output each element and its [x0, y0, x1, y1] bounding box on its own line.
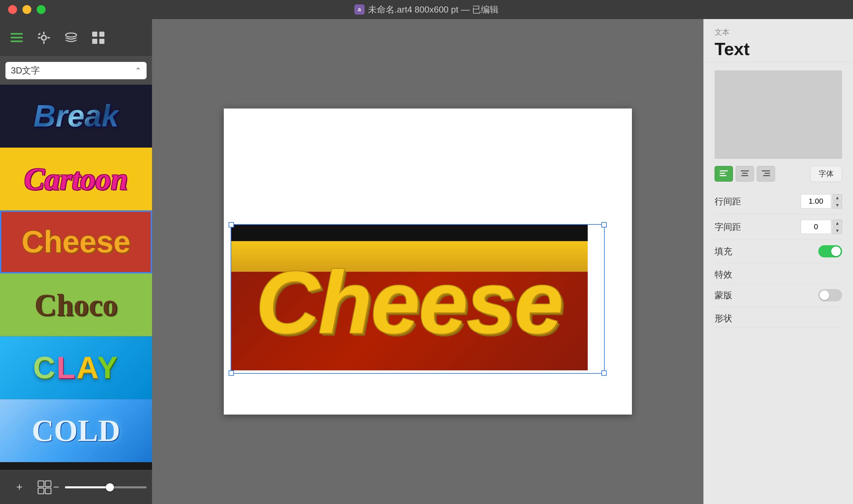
char-spacing-stepper: ▲ ▼: [833, 220, 842, 234]
style-cold-label: COLD: [32, 413, 120, 448]
style-item-break[interactable]: Break: [0, 85, 152, 148]
style-item-cartoon[interactable]: Cartoon: [0, 148, 152, 211]
line-spacing-down[interactable]: ▼: [833, 202, 842, 208]
mask-label: 蒙版: [715, 289, 732, 301]
grid-view-button[interactable]: [36, 479, 53, 496]
minimize-button[interactable]: [22, 5, 31, 14]
zoom-out-icon[interactable]: −: [53, 481, 60, 493]
font-button[interactable]: 字体: [810, 166, 842, 182]
fill-toggle-knob: [831, 247, 841, 256]
svg-rect-4: [43, 32, 45, 34]
zoom-slider[interactable]: [65, 486, 147, 488]
svg-rect-28: [720, 173, 725, 174]
close-button[interactable]: [8, 5, 17, 14]
svg-rect-7: [47, 37, 50, 38]
align-center-button[interactable]: [736, 166, 754, 182]
main-layout: 3D文字 ⌃ Break Cartoon Cheese Choco: [0, 19, 853, 504]
titlebar: a 未命名.art4 800x600 pt — 已编辑: [0, 0, 853, 19]
bottom-toolbar: + −: [0, 470, 152, 504]
fill-toggle[interactable]: [818, 245, 842, 257]
mask-toggle-knob: [820, 290, 829, 300]
svg-rect-15: [45, 481, 51, 487]
canvas: Cheese: [224, 108, 632, 415]
resize-handle-tr[interactable]: [601, 222, 607, 228]
line-spacing-up[interactable]: ▲: [833, 194, 842, 201]
svg-rect-14: [38, 481, 44, 487]
svg-rect-5: [43, 41, 45, 44]
style-item-choco[interactable]: Choco: [0, 273, 152, 336]
window-controls: [8, 5, 46, 14]
fill-label: 填充: [715, 246, 732, 257]
maximize-button[interactable]: [37, 5, 46, 14]
panel-content: 字体 行间距 ▲ ▼ 字间距 ▲: [704, 62, 853, 504]
alignment-buttons: [715, 166, 775, 182]
line-spacing-label: 行间距: [715, 196, 741, 207]
svg-point-3: [41, 35, 46, 40]
fill-row: 填充: [715, 240, 842, 263]
svg-rect-13: [99, 39, 104, 44]
align-font-row: 字体: [715, 166, 842, 182]
zoom-slider-container: [65, 486, 147, 488]
svg-rect-1: [11, 37, 23, 38]
left-sidebar: 3D文字 ⌃ Break Cartoon Cheese Choco: [0, 19, 152, 504]
chevron-down-icon: ⌃: [135, 66, 141, 75]
style-break-label: Break: [33, 99, 118, 134]
svg-rect-0: [11, 33, 23, 35]
grid-icon[interactable]: [90, 29, 107, 46]
style-cartoon-label: Cartoon: [24, 162, 128, 197]
style-list: Break Cartoon Cheese Choco CLAY: [0, 85, 152, 470]
canvas-main-text: Cheese: [256, 252, 562, 353]
settings-icon[interactable]: [35, 29, 52, 46]
svg-rect-30: [741, 170, 749, 171]
mask-toggle[interactable]: [818, 289, 842, 301]
line-spacing-input[interactable]: [801, 194, 831, 208]
svg-rect-2: [11, 40, 23, 42]
svg-rect-31: [742, 173, 748, 174]
style-clay-label: CLAY: [33, 350, 119, 385]
panel-title: Text: [715, 39, 842, 59]
shape-row: 形状: [715, 307, 842, 327]
dropdown-label: 3D文字: [11, 65, 40, 77]
char-spacing-down[interactable]: ▼: [833, 227, 842, 234]
bottom-left-actions: +: [11, 479, 53, 496]
canvas-area[interactable]: 3D文字 Cheese: [152, 19, 703, 504]
effects-row: 特效: [715, 263, 842, 284]
char-spacing-input[interactable]: [801, 220, 831, 234]
char-spacing-row: 字间距 ▲ ▼: [715, 214, 842, 240]
svg-rect-27: [720, 170, 728, 171]
app-icon: a: [354, 4, 365, 15]
svg-rect-33: [762, 170, 770, 171]
window-title: a 未命名.art4 800x600 pt — 已编辑: [354, 4, 499, 16]
svg-rect-35: [763, 175, 770, 176]
svg-rect-6: [38, 37, 40, 38]
mask-row: 蒙版: [715, 284, 842, 307]
align-right-button[interactable]: [757, 166, 775, 182]
svg-rect-29: [720, 175, 726, 176]
char-spacing-label: 字间距: [715, 221, 741, 233]
svg-rect-34: [765, 173, 770, 174]
svg-point-9: [66, 33, 77, 37]
resize-handle-br[interactable]: [601, 370, 607, 376]
style-item-dark[interactable]: Dark: [0, 462, 152, 470]
align-left-button[interactable]: [715, 166, 733, 182]
list-icon[interactable]: [8, 29, 25, 46]
sidebar-toolbar: [0, 19, 152, 56]
line-spacing-control: ▲ ▼: [801, 194, 842, 208]
svg-rect-16: [38, 488, 44, 494]
svg-rect-11: [99, 32, 104, 37]
svg-rect-10: [92, 32, 97, 37]
layers-icon[interactable]: [63, 29, 80, 46]
effects-label: 特效: [715, 269, 732, 280]
style-category-dropdown[interactable]: 3D文字 ⌃: [5, 62, 147, 79]
style-item-cold[interactable]: COLD: [0, 399, 152, 462]
text-preview-area: [715, 70, 842, 159]
svg-rect-12: [92, 39, 97, 44]
svg-rect-32: [741, 175, 748, 176]
style-item-clay[interactable]: CLAY: [0, 336, 152, 399]
add-button[interactable]: +: [11, 479, 28, 496]
char-spacing-up[interactable]: ▲: [833, 220, 842, 226]
line-spacing-stepper: ▲ ▼: [833, 194, 842, 208]
char-spacing-control: ▲ ▼: [801, 220, 842, 234]
style-cheese-label: Cheese: [21, 224, 130, 259]
style-item-cheese[interactable]: Cheese: [0, 211, 152, 273]
